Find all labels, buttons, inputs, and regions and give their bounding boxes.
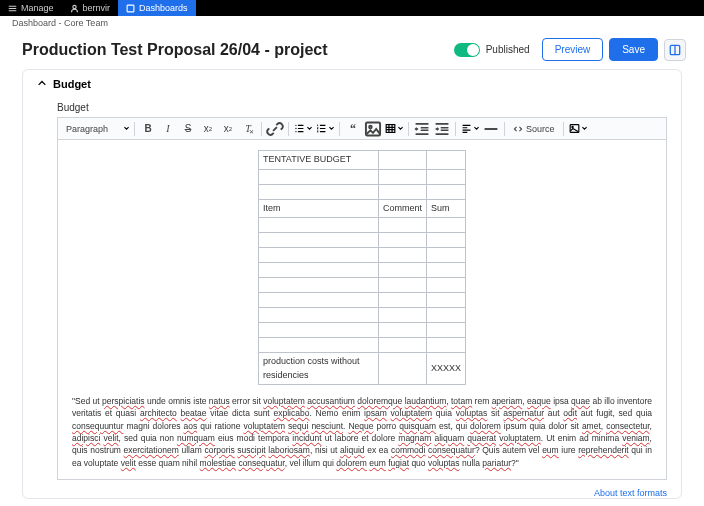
dash-label: Dashboards: [139, 3, 188, 13]
field-label: Budget: [23, 98, 681, 117]
svg-point-10: [571, 126, 572, 127]
budget-panel: Budget Budget Paragraph B I S x2 x2 T✕ “: [22, 69, 682, 499]
strike-button[interactable]: S: [179, 121, 197, 137]
chevron-down-icon: [306, 125, 313, 132]
table-row: [258, 233, 465, 248]
published-toggle[interactable]: [454, 43, 480, 57]
number-list-icon: [316, 123, 327, 134]
title-row: Production Test Proposal 26/04 - project…: [0, 30, 704, 69]
footer-link-row: About text formats: [23, 480, 681, 498]
outdent-icon: [413, 120, 431, 138]
menu-icon: [8, 4, 17, 13]
td-last-sum[interactable]: XXXXX: [427, 353, 466, 385]
superscript-button[interactable]: x2: [199, 121, 217, 137]
link-button[interactable]: [266, 121, 284, 137]
table-row: [258, 338, 465, 353]
number-list-button[interactable]: [315, 123, 335, 134]
body-paragraph[interactable]: "Sed ut perspiciatis unde omnis iste nat…: [72, 395, 652, 469]
table-row: [258, 184, 465, 199]
bullet-list-button[interactable]: [293, 123, 313, 134]
code-icon: [513, 124, 523, 134]
budget-collapser[interactable]: Budget: [23, 70, 681, 98]
table-row: production costs without residenciesXXXX…: [258, 353, 465, 385]
svg-point-7: [369, 125, 372, 128]
insert-icon: [569, 123, 580, 134]
table-row: TENTATIVE BUDGET: [258, 151, 465, 170]
table-row: [258, 169, 465, 184]
table-row: [258, 218, 465, 233]
indent-icon: [433, 120, 451, 138]
user-icon: [70, 4, 79, 13]
panel-toggle-button[interactable]: [664, 39, 686, 61]
chevron-down-icon: [473, 125, 480, 132]
user-label: bernvir: [83, 3, 111, 13]
table-icon: [385, 123, 396, 134]
svg-point-5: [295, 131, 296, 132]
italic-button[interactable]: I: [159, 121, 177, 137]
align-button[interactable]: [460, 123, 480, 134]
top-bar: Manage bernvir Dashboards: [0, 0, 704, 16]
table-row: [258, 308, 465, 323]
page-title: Production Test Proposal 26/04 - project: [22, 41, 454, 59]
image-icon: [364, 120, 382, 138]
insert-button[interactable]: [568, 123, 588, 134]
preview-button[interactable]: Preview: [542, 38, 604, 61]
nav-manage[interactable]: Manage: [0, 0, 62, 16]
bullet-list-icon: [294, 123, 305, 134]
nav-user[interactable]: bernvir: [62, 0, 119, 16]
table-caption[interactable]: TENTATIVE BUDGET: [258, 151, 378, 170]
chevron-down-icon: [581, 125, 588, 132]
source-button[interactable]: Source: [509, 121, 559, 137]
th-sum[interactable]: Sum: [427, 199, 466, 218]
indent-button[interactable]: [433, 121, 451, 137]
svg-rect-8: [386, 125, 395, 133]
table-row: ItemCommentSum: [258, 199, 465, 218]
budget-table[interactable]: TENTATIVE BUDGET ItemCommentSum producti…: [258, 150, 466, 385]
dashboard-icon: [126, 4, 135, 13]
chevron-down-icon: [397, 125, 404, 132]
chevron-down-icon: [123, 125, 130, 132]
about-formats-link[interactable]: About text formats: [594, 488, 667, 498]
table-row: [258, 323, 465, 338]
svg-point-0: [72, 5, 75, 8]
blockquote-button[interactable]: “: [344, 121, 362, 137]
th-comment[interactable]: Comment: [378, 199, 426, 218]
subscript-button[interactable]: x2: [219, 121, 237, 137]
table-row: [258, 248, 465, 263]
table-row: [258, 293, 465, 308]
save-button[interactable]: Save: [609, 38, 658, 61]
nav-dashboards[interactable]: Dashboards: [118, 0, 196, 16]
chevron-down-icon: [328, 125, 335, 132]
svg-point-4: [295, 128, 296, 129]
paragraph-select[interactable]: Paragraph: [64, 124, 130, 134]
published-label: Published: [486, 44, 530, 55]
bold-button[interactable]: B: [139, 121, 157, 137]
hr-button[interactable]: [482, 121, 500, 137]
table-row: [258, 278, 465, 293]
editor-toolbar: Paragraph B I S x2 x2 T✕ “ Source: [57, 117, 667, 139]
breadcrumb[interactable]: Dashboard - Core Team: [0, 16, 704, 30]
svg-point-3: [295, 125, 296, 126]
table-button[interactable]: [384, 123, 404, 134]
svg-rect-1: [127, 5, 134, 12]
link-icon: [266, 120, 284, 138]
align-icon: [461, 123, 472, 134]
section-title: Budget: [53, 78, 91, 90]
clear-format-button[interactable]: T✕: [239, 121, 257, 137]
table-row: [258, 263, 465, 278]
manage-label: Manage: [21, 3, 54, 13]
editor: Paragraph B I S x2 x2 T✕ “ Source: [57, 117, 667, 480]
td-last-item[interactable]: production costs without residencies: [258, 353, 378, 385]
editor-content[interactable]: TENTATIVE BUDGET ItemCommentSum producti…: [57, 139, 667, 480]
th-item[interactable]: Item: [258, 199, 378, 218]
chevron-down-icon: [37, 79, 47, 89]
hr-icon: [482, 120, 500, 138]
columns-icon: [669, 44, 681, 56]
outdent-button[interactable]: [413, 121, 431, 137]
image-button[interactable]: [364, 121, 382, 137]
